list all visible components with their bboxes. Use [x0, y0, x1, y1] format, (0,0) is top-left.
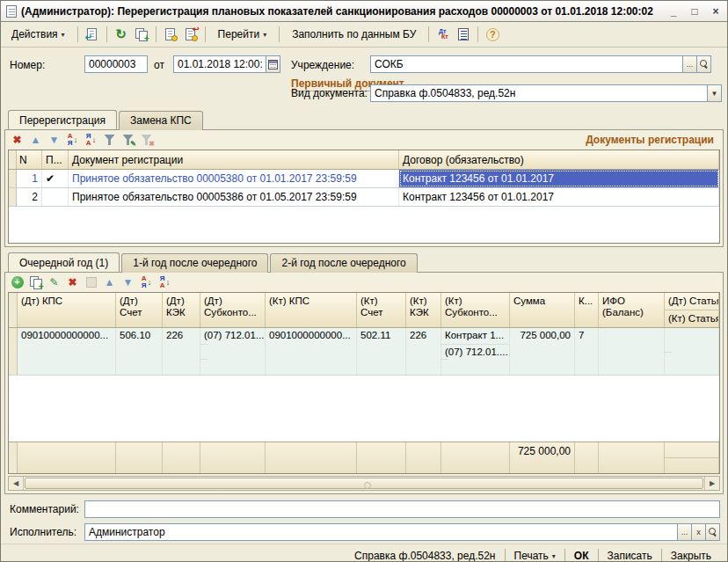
institution-lookup-button[interactable]	[696, 56, 710, 72]
cell-dt-account[interactable]: 506.10	[116, 328, 163, 375]
scroll-left-button[interactable]: ◀	[9, 477, 24, 490]
cell-kt-kek[interactable]: 226	[406, 328, 441, 375]
institution-ellipsis-button[interactable]: ...	[682, 56, 696, 72]
cell-kt-account[interactable]: 502.11	[357, 328, 406, 375]
col-kt-account[interactable]: (Кт) Счет	[357, 293, 406, 327]
calendar-button[interactable]	[266, 56, 280, 72]
copy-add-button[interactable]: +	[133, 26, 150, 43]
print-button[interactable]: Печать ▾	[506, 547, 564, 562]
filter-button[interactable]	[101, 132, 118, 148]
number-input[interactable]	[85, 56, 147, 72]
end-edit-button[interactable]	[83, 274, 99, 290]
refill-document-button[interactable]: ↩	[182, 26, 200, 43]
cell-checked[interactable]	[42, 188, 69, 206]
cell-checked[interactable]: ✔	[42, 170, 69, 187]
cell-doc[interactable]: Принятое обязательство 00005380 от 01.01…	[69, 170, 399, 187]
tab-first-year-after[interactable]: 1-й год после очередного	[121, 253, 268, 273]
tab-pereregistratsiya[interactable]: Перерегистрация	[8, 110, 117, 129]
sort-asc-button[interactable]: АЯ↓	[64, 132, 81, 148]
cell-dt-subconto[interactable]: (07) 712.01....	[200, 328, 266, 375]
table-row[interactable]: 09010000000000... 506.10 226 (07) 712.01…	[9, 328, 719, 376]
col-kt-article[interactable]: (Кт) Статья...	[665, 310, 718, 328]
save-button[interactable]: Записать	[599, 547, 661, 562]
table-row[interactable]: 1 ✔ Принятое обязательство 00005380 от 0…	[9, 170, 719, 188]
cell-contract-selected[interactable]: Контракт 123456 от 01.01.2017	[399, 170, 719, 187]
doc-kind-dropdown-button[interactable]: ▼	[707, 85, 721, 101]
clear-filter-button[interactable]: ✖	[138, 132, 155, 148]
fill-by-bu-button[interactable]: Заполнить по данным БУ	[285, 26, 423, 43]
col-dt-kps[interactable]: (Дт) КПС	[18, 293, 116, 327]
executor-clear-button[interactable]: x	[691, 524, 705, 540]
dtkt-button[interactable]: ДтКт	[434, 26, 452, 43]
tab-second-year-after[interactable]: 2-й год после очередного	[270, 253, 417, 273]
sort-asc-button[interactable]: АЯ↓	[138, 274, 155, 290]
list-icon	[458, 28, 469, 40]
col-kt-kek[interactable]: (Кт) КЭК	[406, 293, 441, 327]
cell-kt-subconto[interactable]: Контракт 1...(07) 712.01....	[441, 328, 510, 375]
ok-button[interactable]: ОК	[565, 547, 598, 562]
col-sum[interactable]: Сумма	[510, 293, 575, 327]
maximize-button[interactable]: □	[688, 5, 701, 18]
move-down-button[interactable]: ▼	[120, 274, 136, 290]
sort-desc-button[interactable]: ЯА↓	[83, 132, 99, 148]
col-contract[interactable]: Договор (обязательство)	[399, 150, 719, 169]
cell-sum[interactable]: 725 000,00	[510, 328, 575, 375]
delete-row-button[interactable]: ✖	[64, 274, 81, 290]
cell-n[interactable]: 2	[16, 188, 42, 206]
scrollbar-thumb[interactable]	[25, 478, 703, 489]
col-articles[interactable]: (Дт) Статья... (Кт) Статья...	[665, 293, 719, 327]
executor-lookup-button[interactable]	[705, 524, 719, 540]
title-bar: (Администратор): Перерегистрация плановы…	[1, 1, 727, 22]
col-k[interactable]: К...	[575, 293, 599, 327]
add-row-button[interactable]: +	[9, 274, 25, 290]
col-dt-account[interactable]: (Дт) Счет	[116, 293, 163, 327]
doc-kind-select[interactable]	[371, 85, 707, 101]
col-doc[interactable]: Документ регистрации	[69, 150, 399, 169]
close-window-button[interactable]: Закрыть	[662, 547, 720, 562]
institution-input[interactable]	[371, 56, 682, 72]
col-p[interactable]: П...	[42, 150, 69, 169]
cell-articles[interactable]	[665, 328, 719, 375]
col-kt-kps[interactable]: (Кт) КПС	[266, 293, 357, 327]
cell-dt-kek[interactable]: 226	[163, 328, 200, 375]
close-button[interactable]: ×	[710, 5, 722, 18]
minimize-button[interactable]: _	[667, 5, 680, 18]
cell-dt-kps[interactable]: 09010000000000...	[18, 328, 116, 375]
executor-ellipsis-button[interactable]: ...	[677, 524, 691, 540]
tab-ocherednoy-god[interactable]: Очередной год (1)	[8, 252, 120, 272]
cell-n[interactable]: 1	[16, 170, 42, 187]
filter-settings-button[interactable]: ✎	[120, 132, 136, 148]
cell-kt-kps[interactable]: 0901000000000...	[266, 328, 357, 375]
scroll-right-button[interactable]: ▶	[704, 477, 719, 490]
delete-row-button[interactable]: ✖	[9, 132, 25, 148]
comment-input[interactable]	[85, 501, 719, 517]
col-dt-article[interactable]: (Дт) Статья...	[665, 293, 718, 310]
col-ifo[interactable]: ИФО (Баланс)	[599, 293, 665, 327]
executor-input[interactable]	[85, 524, 677, 540]
col-dt-subconto[interactable]: (Дт) Субконто...	[200, 293, 266, 327]
col-kt-subconto[interactable]: (Кт) Субконто...	[441, 293, 510, 327]
date-input[interactable]	[174, 56, 266, 72]
post-document-button[interactable]: ↵	[84, 26, 101, 43]
col-n[interactable]: N	[16, 150, 42, 169]
actions-button[interactable]: Действия ▾	[4, 26, 72, 43]
document-structure-button[interactable]	[455, 26, 472, 43]
col-dt-kek[interactable]: (Дт) КЭК	[163, 293, 200, 327]
horizontal-scrollbar[interactable]: ◀ ▶	[8, 476, 720, 491]
cell-ifo[interactable]	[599, 328, 665, 375]
move-up-button[interactable]: ▲	[27, 132, 44, 148]
edit-row-button[interactable]: ✎	[46, 274, 62, 290]
move-up-button[interactable]: ▲	[101, 274, 118, 290]
goto-button[interactable]: Перейти ▾	[211, 26, 274, 43]
help-button[interactable]: ?	[484, 26, 501, 43]
cell-contract[interactable]: Контракт 123456 от 01.01.2017	[399, 188, 719, 206]
cell-k[interactable]: 7	[575, 328, 599, 375]
fill-document-button[interactable]	[162, 26, 179, 43]
cell-doc[interactable]: Принятое обязательство 00005386 от 01.05…	[69, 188, 399, 206]
refresh-button[interactable]: ↻	[113, 26, 130, 43]
table-row[interactable]: 2 Принятое обязательство 00005386 от 01.…	[9, 188, 719, 207]
tab-zamena-kps[interactable]: Замена КПС	[119, 111, 203, 130]
copy-row-button[interactable]: +	[27, 274, 44, 290]
move-down-button[interactable]: ▼	[46, 132, 62, 148]
sort-desc-button[interactable]: ЯА↓	[157, 274, 173, 290]
